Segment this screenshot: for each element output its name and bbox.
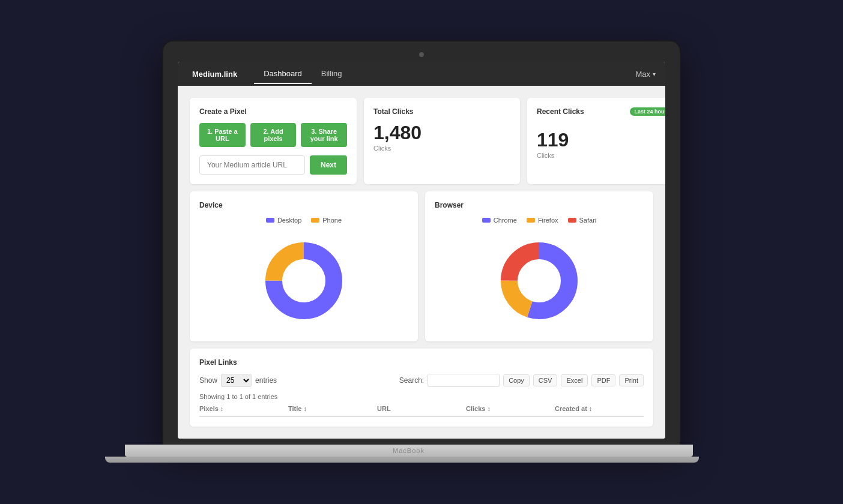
legend-safari: Safari: [568, 217, 597, 224]
show-entries: Show 25 50 100 entries: [199, 374, 277, 387]
legend-chrome-dot: [482, 218, 491, 223]
legend-chrome-label: Chrome: [494, 217, 517, 224]
recent-clicks-label: Clicks: [537, 152, 665, 159]
device-chart-card: Device Desktop Phone: [190, 191, 418, 341]
laptop-wrapper: Medium.link Dashboard Billing Max ▾ Crea…: [163, 41, 680, 463]
legend-desktop-dot: [266, 218, 274, 223]
browser-chart-legend: Chrome Firefox Safari: [435, 217, 644, 224]
create-pixel-card: Create a Pixel 1. Paste a URL 2. Add pix…: [190, 98, 357, 184]
entries-select[interactable]: 25 50 100: [221, 374, 252, 387]
device-donut-container: [199, 230, 408, 332]
chevron-down-icon: ▾: [653, 71, 656, 77]
recent-clicks-value: 119: [537, 130, 665, 149]
device-chart-title: Device: [199, 201, 408, 209]
create-pixel-title: Create a Pixel: [199, 107, 347, 116]
nav-user-name: Max: [635, 70, 650, 79]
col-url: URL: [377, 405, 466, 412]
laptop-screen: Medium.link Dashboard Billing Max ▾ Crea…: [178, 62, 665, 439]
laptop-bottom: [105, 457, 699, 463]
legend-desktop: Desktop: [266, 217, 301, 224]
table-header: Pixels ↕ Title ↕ URL Clicks ↕ Created at…: [199, 405, 644, 417]
recent-clicks-card: Recent Clicks Last 24 hours 119 Clicks: [527, 98, 665, 184]
excel-button[interactable]: Excel: [561, 374, 588, 386]
step-buttons: 1. Paste a URL 2. Add pixels 3. Share yo…: [199, 123, 347, 147]
legend-safari-label: Safari: [579, 217, 597, 224]
total-clicks-card: Total Clicks 1,480 Clicks: [364, 98, 520, 184]
nav-tabs: Dashboard Billing: [254, 64, 635, 84]
step3-button[interactable]: 3. Share your link: [301, 123, 347, 147]
total-clicks-label: Clicks: [373, 145, 510, 152]
top-row: Create a Pixel 1. Paste a URL 2. Add pix…: [190, 98, 653, 184]
app-content: Create a Pixel 1. Paste a URL 2. Add pix…: [178, 86, 665, 439]
browser-donut-chart: [497, 239, 581, 323]
legend-chrome: Chrome: [482, 217, 517, 224]
recent-clicks-header: Recent Clicks Last 24 hours: [537, 107, 665, 123]
legend-phone-dot: [311, 218, 319, 223]
show-label: Show: [199, 376, 217, 385]
col-clicks: Clicks ↕: [466, 405, 555, 412]
csv-button[interactable]: CSV: [533, 374, 558, 386]
pixel-links-card: Pixel Links Show 25 50 100 entries: [190, 349, 653, 427]
table-controls: Show 25 50 100 entries Search: Copy: [199, 374, 644, 387]
search-input[interactable]: [428, 374, 500, 387]
total-clicks-value: 1,480: [373, 123, 510, 142]
badge-24h: Last 24 hours: [630, 107, 665, 116]
print-button[interactable]: Print: [619, 374, 644, 386]
step2-button[interactable]: 2. Add pixels: [250, 123, 297, 147]
pixel-links-title: Pixel Links: [199, 358, 644, 367]
device-chart-legend: Desktop Phone: [199, 217, 408, 224]
col-created-at: Created at ↕: [555, 405, 644, 412]
app-logo: Medium.link: [187, 67, 242, 81]
entries-label: entries: [255, 376, 277, 385]
browser-chart-title: Browser: [435, 201, 644, 209]
device-donut-chart: [262, 239, 346, 323]
recent-clicks-title: Recent Clicks: [537, 107, 584, 116]
legend-firefox-dot: [527, 218, 535, 223]
legend-firefox-label: Firefox: [538, 217, 558, 224]
laptop-base: [125, 445, 693, 457]
browser-chart-card: Browser Chrome Firefox: [425, 191, 653, 341]
legend-phone: Phone: [311, 217, 342, 224]
tab-billing[interactable]: Billing: [312, 64, 352, 84]
tab-dashboard[interactable]: Dashboard: [254, 64, 312, 84]
app-navbar: Medium.link Dashboard Billing Max ▾: [178, 62, 665, 86]
url-input-row: Next: [199, 155, 347, 175]
copy-button[interactable]: Copy: [503, 374, 530, 386]
search-label: Search:: [399, 376, 424, 385]
pdf-button[interactable]: PDF: [591, 374, 615, 386]
laptop-camera: [419, 52, 424, 57]
step1-button[interactable]: 1. Paste a URL: [199, 123, 246, 147]
total-clicks-title: Total Clicks: [373, 107, 510, 116]
browser-donut-container: [435, 230, 644, 332]
col-pixels: Pixels ↕: [199, 405, 288, 412]
legend-firefox: Firefox: [527, 217, 558, 224]
legend-safari-dot: [568, 218, 576, 223]
svg-point-6: [519, 261, 559, 301]
showing-text: Showing 1 to 1 of 1 entries: [199, 393, 644, 400]
legend-desktop-label: Desktop: [277, 217, 301, 224]
col-title: Title ↕: [288, 405, 377, 412]
legend-phone-label: Phone: [322, 217, 342, 224]
next-button[interactable]: Next: [310, 155, 347, 175]
nav-user[interactable]: Max ▾: [635, 70, 656, 79]
url-input[interactable]: [199, 155, 305, 175]
laptop-bezel: Medium.link Dashboard Billing Max ▾ Crea…: [163, 41, 680, 445]
search-row: Search: Copy CSV Excel PDF Print: [399, 374, 644, 387]
svg-point-2: [284, 261, 324, 301]
charts-row: Device Desktop Phone: [190, 191, 653, 341]
